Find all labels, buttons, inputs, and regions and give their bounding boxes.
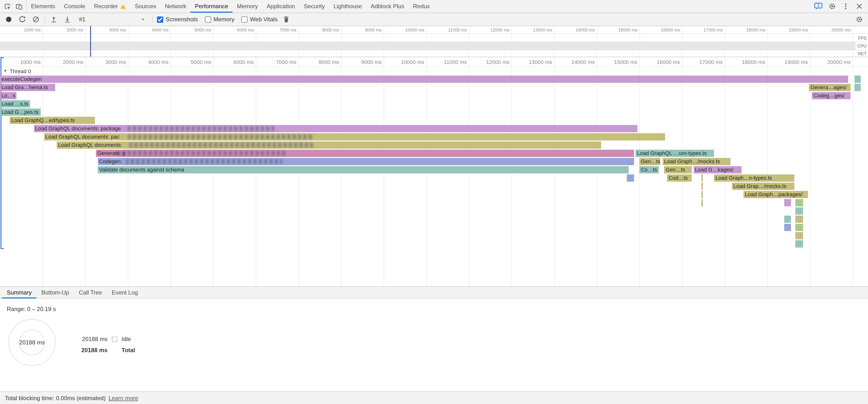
memory-checkbox[interactable] xyxy=(205,16,211,23)
flame-bar-small[interactable] xyxy=(701,175,703,182)
flame-bar-small[interactable] xyxy=(784,199,791,206)
close-devtools-icon[interactable] xyxy=(855,1,864,11)
drawer-tab-summary[interactable]: Summary xyxy=(2,287,37,299)
load-profile-button[interactable] xyxy=(49,14,59,24)
flame-bar-label: Load Graph…/mocks.ts xyxy=(664,158,720,164)
time-ruler-label: 20000 ms xyxy=(817,59,850,65)
flame-bar[interactable]: Validate documents against schema xyxy=(98,166,629,174)
flame-bar[interactable]: Genera…ages/ xyxy=(809,84,850,91)
time-ruler-label: 5000 ms xyxy=(182,28,211,32)
flame-bar-small[interactable] xyxy=(855,84,861,91)
flame-bar-small[interactable] xyxy=(855,75,861,83)
flame-bar-small[interactable] xyxy=(795,232,803,239)
flame-bar[interactable]: Load GraphQL …urn-types.ts xyxy=(636,150,714,157)
flame-bar-label: Load Graph…packages/ xyxy=(745,191,803,197)
tab-console[interactable]: Console xyxy=(60,0,90,12)
redacted-text xyxy=(117,151,288,156)
tab-performance[interactable]: Performance xyxy=(191,0,232,12)
drawer-tab-call-tree[interactable]: Call Tree xyxy=(74,287,107,299)
tabbar-right-icons: 3 xyxy=(810,0,868,12)
flame-bar[interactable]: Generate: p xyxy=(96,150,634,157)
tab-sources[interactable]: Sources xyxy=(130,0,161,12)
timeline-overview[interactable]: 1000 ms2000 ms3000 ms4000 ms5000 ms6000 … xyxy=(0,26,868,57)
tab-redux[interactable]: Redux xyxy=(409,0,434,12)
tab-elements[interactable]: Elements xyxy=(27,0,60,12)
flame-bar[interactable]: Gen…ts xyxy=(664,166,692,174)
flame-chart[interactable]: 1000 ms2000 ms3000 ms4000 ms5000 ms6000 … xyxy=(0,57,868,286)
flame-bar-small[interactable] xyxy=(795,224,803,231)
time-ruler-label: 17000 ms xyxy=(689,59,723,65)
web-vitals-checkbox[interactable] xyxy=(241,16,248,23)
flame-bar[interactable]: Load GraphQL documents: package xyxy=(34,125,637,132)
settings-gear-icon[interactable] xyxy=(827,1,837,11)
device-toolbar-icon[interactable] xyxy=(14,1,24,11)
flame-bar-small[interactable] xyxy=(795,199,803,206)
flame-bar-small[interactable] xyxy=(701,183,703,190)
checkbox-memory[interactable]: Memory xyxy=(205,16,235,23)
time-ruler-label: 5000 ms xyxy=(177,59,211,65)
time-ruler-label: 18000 ms xyxy=(736,28,765,32)
flame-bar[interactable]: Load G…kages/ xyxy=(693,166,742,174)
screenshots-checkbox[interactable] xyxy=(157,16,163,23)
issues-counter[interactable]: 3 xyxy=(814,1,824,11)
flame-bar[interactable]: Load G…pes.ts xyxy=(0,108,40,116)
flame-bar[interactable]: Load Gra…hema.ts xyxy=(0,84,55,91)
collapse-triangle-icon[interactable]: ▼ xyxy=(3,69,7,73)
flame-bar-small[interactable] xyxy=(627,175,634,182)
learn-more-link[interactable]: Learn more xyxy=(108,395,138,401)
flame-bar-small[interactable] xyxy=(795,240,803,248)
inspect-element-icon[interactable] xyxy=(2,1,12,11)
summary-body: 20188 ms 20188 msIdle20188 msTotal xyxy=(6,317,862,368)
flame-bar[interactable]: Load GraphQL documents: xyxy=(57,142,601,149)
flame-bar[interactable]: Load GraphQL documents: pac xyxy=(44,133,665,141)
more-options-icon[interactable] xyxy=(841,1,850,11)
capture-settings-gear-icon[interactable] xyxy=(855,14,864,24)
legend-value: 20188 ms xyxy=(80,347,107,353)
flame-bar[interactable]: Load Graph…n-types.ts xyxy=(714,175,795,182)
tab-lighthouse[interactable]: Lighthouse xyxy=(329,0,366,12)
flame-bar-small[interactable] xyxy=(784,216,791,223)
flame-bar[interactable]: executeCodegen xyxy=(0,75,848,83)
tab-adblock-plus[interactable]: Adblock Plus xyxy=(366,0,409,12)
tab-label: Recorder xyxy=(94,3,118,10)
reload-and-record-button[interactable] xyxy=(18,14,27,24)
flame-bar-small[interactable] xyxy=(701,191,703,198)
flame-bar-small[interactable] xyxy=(701,199,703,206)
save-profile-button[interactable] xyxy=(62,14,72,24)
tab-recorder[interactable]: Recorder xyxy=(90,0,130,12)
time-ruler-label: 20000 ms xyxy=(822,28,850,32)
flame-bar[interactable]: Load …s.ts xyxy=(0,100,30,107)
drawer-tab-event-log[interactable]: Event Log xyxy=(107,287,143,299)
strip-divider xyxy=(0,33,868,34)
flame-bar-small[interactable] xyxy=(795,207,803,215)
record-button[interactable] xyxy=(4,14,13,24)
flame-bar[interactable]: Cod…ts xyxy=(667,175,692,182)
thread-track-header[interactable]: ▼ Thread 0 xyxy=(0,67,31,75)
flame-bar-small[interactable] xyxy=(784,224,791,231)
history-select[interactable]: #1 xyxy=(76,14,149,24)
tab-network[interactable]: Network xyxy=(161,0,191,12)
clear-button[interactable] xyxy=(31,14,41,24)
flame-bar[interactable]: Gen…ts xyxy=(640,158,660,165)
tab-security[interactable]: Security xyxy=(299,0,329,12)
drawer-tab-bottom-up[interactable]: Bottom-Up xyxy=(37,287,74,299)
flame-bar[interactable]: Load Graph…packages/ xyxy=(743,191,808,198)
flame-bar-small[interactable] xyxy=(795,216,803,223)
time-ruler-label: 17000 ms xyxy=(693,28,723,32)
checkbox-screenshots[interactable]: Screenshots xyxy=(157,16,198,23)
flame-bar[interactable]: Codegen: xyxy=(98,158,634,165)
flame-bar[interactable]: Load Grap…/mocks.ts xyxy=(732,183,795,190)
tab-memory[interactable]: Memory xyxy=(232,0,262,12)
flame-bar[interactable]: Load Graph…/mocks.ts xyxy=(662,158,731,165)
flame-bar-label: Lo…s xyxy=(1,93,16,98)
flame-bar[interactable]: Co…ts xyxy=(640,166,658,174)
flame-bar[interactable]: Load GraphQ…ed/types.ts xyxy=(10,117,95,124)
flame-bar[interactable]: Lo…s xyxy=(0,92,17,99)
flame-bar-label: Co…ts xyxy=(641,167,657,173)
flame-bar[interactable]: Codeg…ges/ xyxy=(812,92,851,99)
tab-application[interactable]: Application xyxy=(262,0,299,12)
tab-label: Performance xyxy=(195,3,228,10)
delete-recording-icon[interactable] xyxy=(281,14,291,24)
checkbox-web-vitals[interactable]: Web Vitals xyxy=(241,16,278,23)
time-ruler-label: 4000 ms xyxy=(135,59,168,65)
